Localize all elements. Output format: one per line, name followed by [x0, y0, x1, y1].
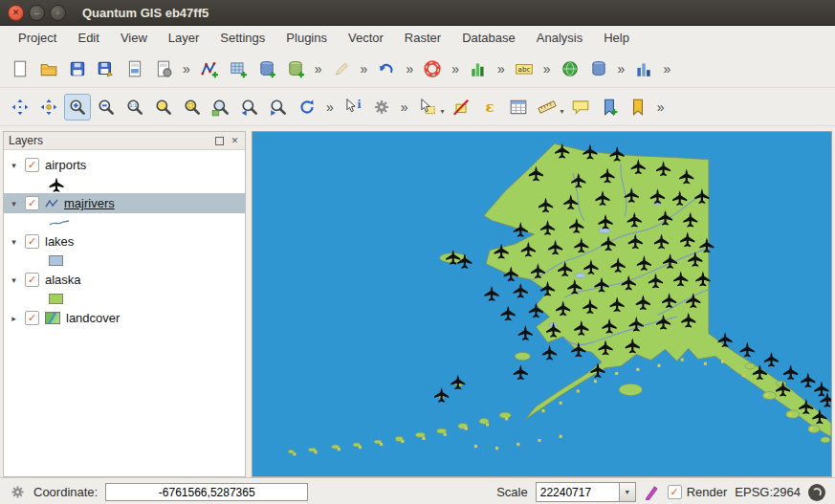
- map-canvas[interactable]: [252, 131, 832, 477]
- status-gear-icon[interactable]: [10, 484, 26, 500]
- menu-plugins[interactable]: Plugins: [275, 28, 338, 48]
- measure-dropdown-icon[interactable]: ▾: [560, 107, 564, 116]
- new-print-composer-icon[interactable]: [121, 55, 148, 82]
- toolbar-overflow-icon[interactable]: »: [361, 61, 368, 77]
- toolbar-overflow-icon[interactable]: »: [543, 61, 551, 77]
- maximize-button[interactable]: [50, 5, 66, 21]
- layers-panel: Layers ▾✓airports▾✓majrivers▾✓lakes▾✓ala…: [3, 131, 246, 477]
- collapse-icon[interactable]: ▾: [9, 237, 19, 247]
- toolbar-overflow-icon[interactable]: »: [406, 61, 413, 77]
- svg-text:ε: ε: [485, 99, 494, 116]
- show-bookmarks-icon[interactable]: [625, 94, 651, 121]
- menu-settings[interactable]: Settings: [209, 28, 275, 48]
- layer-checkbox[interactable]: ✓: [25, 311, 39, 325]
- new-bookmark-icon[interactable]: [596, 94, 623, 121]
- measure-icon[interactable]: [534, 94, 560, 121]
- web-services-icon[interactable]: [557, 55, 583, 82]
- pan-map-icon[interactable]: [7, 94, 33, 121]
- zoom-out-icon[interactable]: [93, 94, 120, 121]
- svg-text:1:1: 1:1: [129, 102, 137, 108]
- collapse-icon[interactable]: ▾: [9, 161, 19, 170]
- field-calculator-icon[interactable]: ε: [476, 94, 503, 121]
- undo-icon[interactable]: [373, 55, 400, 82]
- toolbar-row-2: 1:1 »i»▾ε▾»: [0, 88, 835, 126]
- layer-item-airports[interactable]: ▾✓airports: [4, 155, 245, 175]
- collapse-icon[interactable]: ▾: [9, 275, 19, 285]
- panel-float-icon[interactable]: [214, 136, 225, 146]
- save-project-icon[interactable]: [64, 55, 91, 82]
- crs-status-icon[interactable]: [808, 484, 825, 501]
- status-bar: Coordinate: Scale ▾ ✓ Render EPSG:2964: [0, 477, 835, 504]
- scale-input[interactable]: [536, 482, 620, 502]
- toolbar-overflow-icon[interactable]: »: [497, 61, 505, 77]
- add-postgis-layer-icon[interactable]: [253, 55, 280, 82]
- menu-view[interactable]: View: [110, 28, 158, 48]
- db-manager-icon[interactable]: [585, 55, 612, 82]
- add-spatialite-layer-icon[interactable]: [282, 55, 309, 82]
- labeling-icon[interactable]: abc: [511, 55, 538, 82]
- select-features-icon[interactable]: [414, 94, 441, 121]
- menu-edit[interactable]: Edit: [67, 28, 109, 48]
- scale-dropdown-icon[interactable]: ▾: [620, 482, 636, 502]
- add-raster-layer-icon[interactable]: [225, 55, 252, 82]
- raster-thumbnail-icon: [45, 312, 60, 324]
- layer-checkbox[interactable]: ✓: [25, 196, 39, 210]
- toggle-editing-icon[interactable]: [328, 55, 355, 82]
- toolbar-overflow-icon[interactable]: »: [183, 61, 190, 77]
- statistics-icon[interactable]: [630, 55, 657, 82]
- zoom-to-selection-icon[interactable]: [179, 94, 206, 121]
- layer-item-majrivers[interactable]: ▾✓majrivers: [4, 193, 245, 213]
- toolbar-overflow-icon[interactable]: »: [618, 61, 626, 77]
- zoom-in-icon[interactable]: [64, 94, 91, 121]
- menu-analysis[interactable]: Analysis: [526, 28, 593, 48]
- zoom-next-icon[interactable]: [265, 94, 292, 121]
- save-project-as-icon[interactable]: [93, 55, 120, 82]
- layer-checkbox[interactable]: ✓: [25, 234, 39, 249]
- menu-layer[interactable]: Layer: [158, 28, 210, 48]
- menu-help[interactable]: Help: [593, 28, 640, 48]
- map-tips-icon[interactable]: [567, 94, 594, 121]
- add-vector-layer-icon[interactable]: [196, 55, 223, 82]
- zoom-native-icon[interactable]: 1:1: [121, 94, 148, 121]
- pan-to-selection-icon[interactable]: [35, 94, 62, 121]
- zoom-to-layer-icon[interactable]: [208, 94, 234, 121]
- layer-checkbox[interactable]: ✓: [25, 158, 39, 172]
- layer-item-lakes[interactable]: ▾✓lakes: [4, 231, 245, 252]
- stop-rendering-icon[interactable]: [644, 484, 660, 500]
- select-features-dropdown-icon[interactable]: ▾: [441, 107, 445, 116]
- toolbar-overflow-icon[interactable]: »: [401, 99, 408, 115]
- collapse-icon[interactable]: ▾: [9, 199, 19, 208]
- identify-features-icon[interactable]: i: [340, 94, 366, 121]
- help-contents-icon[interactable]: [419, 55, 446, 82]
- open-attribute-table-icon[interactable]: [505, 94, 532, 121]
- minimize-button[interactable]: [29, 5, 45, 21]
- menu-raster[interactable]: Raster: [394, 28, 451, 48]
- zoom-last-icon[interactable]: [236, 94, 263, 121]
- panel-close-icon[interactable]: [230, 136, 240, 146]
- menu-database[interactable]: Database: [451, 28, 526, 48]
- expand-icon[interactable]: ▸: [9, 314, 19, 323]
- menu-project[interactable]: Project: [8, 28, 67, 48]
- layer-item-alaska[interactable]: ▾✓alaska: [4, 270, 245, 290]
- render-checkbox[interactable]: ✓: [668, 485, 682, 499]
- menu-vector[interactable]: Vector: [338, 28, 394, 48]
- toolbar-overflow-icon[interactable]: »: [663, 61, 670, 77]
- toolbar-overflow-icon[interactable]: »: [451, 61, 459, 77]
- open-project-icon[interactable]: [35, 55, 62, 82]
- new-project-icon[interactable]: [7, 55, 33, 82]
- refresh-map-icon[interactable]: [294, 94, 320, 121]
- coordinate-input[interactable]: [105, 483, 308, 501]
- deselect-features-icon[interactable]: [448, 94, 474, 121]
- toolbar-overflow-icon[interactable]: »: [315, 61, 322, 77]
- layer-checkbox[interactable]: ✓: [25, 273, 39, 287]
- raster-histogram-icon[interactable]: [465, 55, 492, 82]
- render-toggle[interactable]: ✓ Render: [668, 485, 728, 499]
- map-options-icon[interactable]: [368, 94, 395, 121]
- zoom-full-icon[interactable]: [150, 94, 177, 121]
- toolbar-overflow-icon[interactable]: »: [657, 99, 665, 115]
- close-button[interactable]: [8, 5, 24, 21]
- layer-item-landcover[interactable]: ▸✓landcover: [4, 308, 245, 328]
- toolbar-overflow-icon[interactable]: »: [326, 99, 334, 115]
- coordinate-label: Coordinate:: [33, 485, 98, 499]
- composer-manager-icon[interactable]: [150, 55, 177, 82]
